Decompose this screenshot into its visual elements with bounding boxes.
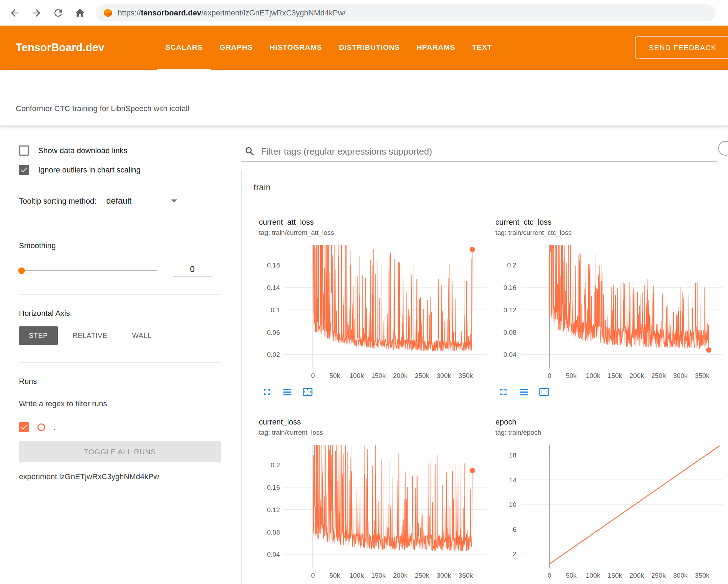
forward-button[interactable] [31, 7, 42, 19]
show-download-links-checkbox[interactable] [19, 145, 29, 156]
ignore-outliers-row[interactable]: Ignore outliers in chart scaling [19, 165, 221, 175]
axis-option-step[interactable]: STEP [19, 326, 58, 345]
axis-option-relative[interactable]: RELATIVE [63, 326, 117, 345]
expand-chart-button[interactable] [498, 387, 509, 397]
svg-text:200k: 200k [393, 372, 408, 379]
svg-text:10: 10 [509, 501, 516, 508]
tensorboard-favicon [103, 8, 113, 18]
tab-hparams[interactable]: HPARAMS [408, 26, 463, 70]
home-button[interactable] [74, 7, 85, 19]
run-checkbox[interactable] [19, 422, 29, 432]
chart-card-current_ctc_loss: current_ctc_losstag: train/current_ctc_l… [495, 218, 728, 397]
svg-text:0: 0 [548, 372, 551, 379]
show-download-links-row[interactable]: Show data download links [19, 145, 221, 156]
smoothing-slider-thumb[interactable] [18, 267, 25, 274]
tab-scalars[interactable]: SCALARS [157, 26, 211, 70]
svg-text:250k: 250k [651, 572, 666, 579]
svg-text:0.02: 0.02 [267, 351, 280, 358]
svg-text:100k: 100k [586, 572, 600, 579]
tooltip-sorting-row: Tooltip sorting method: default [19, 196, 221, 209]
smoothing-slider[interactable] [19, 270, 157, 271]
run-color-swatch[interactable] [37, 423, 45, 431]
back-button[interactable] [9, 7, 20, 19]
tab-distributions[interactable]: DISTRIBUTIONS [330, 26, 408, 70]
check-icon [20, 166, 28, 174]
svg-text:0.16: 0.16 [503, 284, 516, 291]
svg-text:350k: 350k [695, 572, 710, 579]
svg-text:250k: 250k [415, 372, 430, 379]
svg-text:50k: 50k [329, 372, 340, 379]
tag-filter-input[interactable] [261, 146, 717, 157]
chart-tag: tag: train/current_att_loss [259, 229, 495, 237]
svg-text:18: 18 [509, 451, 516, 459]
smoothing-row: 0 [19, 264, 221, 277]
run-row: . [19, 422, 221, 432]
run-name: . [54, 422, 56, 432]
smoothing-value[interactable]: 0 [173, 264, 212, 277]
send-feedback-button[interactable]: SEND FEEDBACK [635, 36, 728, 59]
svg-text:300k: 300k [673, 572, 688, 579]
chart-plot-current_att_loss[interactable]: 0.020.060.10.140.18050k100k150k200k250k3… [259, 245, 495, 383]
chart-tag: tag: train/current_loss [259, 429, 495, 436]
svg-text:350k: 350k [459, 572, 473, 579]
browser-toolbar: https://tensorboard.dev/experiment/lzGnE… [0, 0, 728, 26]
chart-card-epoch: epochtag: train/epoch26101418050k100k150… [495, 417, 728, 583]
ignore-outliers-checkbox[interactable] [19, 165, 29, 175]
axis-option-wall[interactable]: WALL [122, 326, 162, 345]
log-scale-button[interactable] [518, 387, 529, 397]
tab-text[interactable]: TEXT [463, 26, 500, 70]
tab-histograms[interactable]: HISTOGRAMS [261, 26, 330, 70]
tab-graphs[interactable]: GRAPHS [211, 26, 261, 70]
chart-title: epoch [495, 417, 728, 427]
svg-text:300k: 300k [437, 372, 451, 379]
svg-text:100k: 100k [349, 372, 364, 379]
toggle-all-runs-button[interactable]: TOGGLE ALL RUNS [19, 441, 221, 462]
svg-text:14: 14 [509, 476, 517, 484]
svg-text:200k: 200k [630, 572, 644, 579]
svg-text:150k: 150k [607, 372, 622, 379]
tooltip-sorting-select[interactable]: default [104, 196, 178, 209]
chart-plot-epoch[interactable]: 26101418050k100k150k200k250k300k350k [495, 445, 728, 583]
svg-text:100k: 100k [349, 572, 364, 579]
svg-text:0.18: 0.18 [267, 262, 280, 269]
svg-text:200k: 200k [393, 572, 408, 579]
svg-text:350k: 350k [459, 372, 473, 379]
runs-filter-input[interactable] [19, 397, 221, 412]
svg-text:200k: 200k [630, 372, 644, 379]
url-scheme: https:// [118, 8, 141, 17]
app-header: TensorBoard.dev SCALARSGRAPHSHISTOGRAMSD… [0, 26, 728, 70]
svg-text:0.06: 0.06 [267, 329, 280, 336]
reload-data-button[interactable] [718, 141, 728, 156]
svg-text:0.04: 0.04 [267, 551, 280, 558]
svg-text:150k: 150k [371, 572, 386, 579]
svg-text:300k: 300k [437, 572, 451, 579]
reload-button[interactable] [53, 7, 64, 19]
experiment-bar: Conformer CTC training for LibriSpeech w… [0, 70, 728, 125]
chart-plot-current_ctc_loss[interactable]: 0.040.080.120.160.2050k100k150k200k250k3… [495, 245, 728, 383]
svg-text:50k: 50k [329, 572, 340, 579]
expand-chart-button[interactable] [262, 387, 272, 397]
smoothing-label: Smoothing [19, 241, 221, 250]
chart-plot-current_loss[interactable]: 0.040.080.120.160.2050k100k150k200k250k3… [259, 445, 495, 583]
fit-domain-button[interactable] [302, 387, 313, 397]
experiment-title: Conformer CTC training for LibriSpeech w… [16, 104, 189, 113]
tooltip-sorting-value: default [106, 196, 131, 206]
runs-label: Runs [19, 377, 221, 386]
chart-card-current_loss: current_losstag: train/current_loss0.040… [259, 417, 495, 583]
divider [19, 362, 221, 363]
charts-grid: current_att_losstag: train/current_att_l… [242, 218, 728, 583]
train-section-title[interactable]: train [242, 170, 728, 192]
svg-text:0: 0 [311, 372, 315, 379]
svg-text:2: 2 [513, 550, 516, 558]
svg-text:0.2: 0.2 [507, 262, 516, 269]
search-icon [244, 146, 255, 157]
tag-filter-row [241, 146, 717, 162]
app-logo[interactable]: TensorBoard.dev [16, 41, 104, 54]
address-bar[interactable]: https://tensorboard.dev/experiment/lzGnE… [96, 4, 715, 21]
log-scale-button[interactable] [282, 387, 293, 397]
url-domain: tensorboard.dev [141, 8, 201, 17]
svg-text:50k: 50k [566, 572, 577, 579]
fit-domain-button[interactable] [539, 387, 549, 397]
svg-text:250k: 250k [651, 372, 666, 379]
axis-buttons: STEPRELATIVEWALL [19, 326, 221, 345]
